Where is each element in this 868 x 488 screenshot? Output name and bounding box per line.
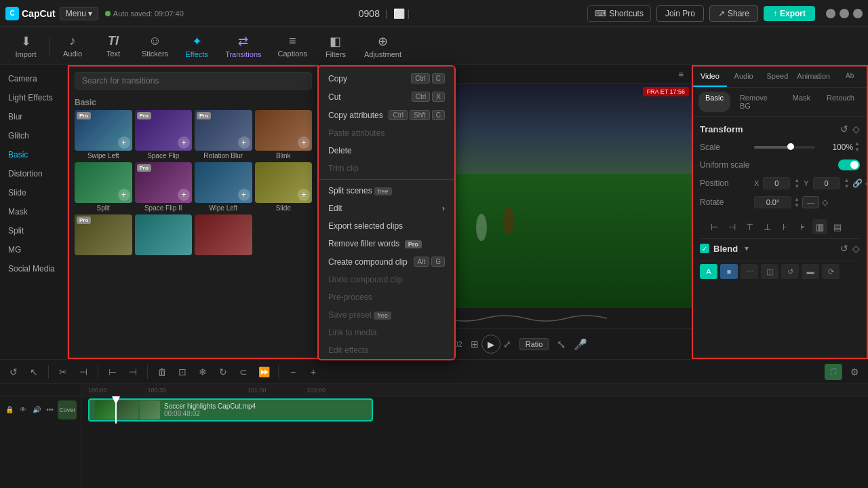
scale-slider[interactable] <box>754 146 815 149</box>
effect-split[interactable]: + Split <box>75 162 132 212</box>
action-icon-5[interactable]: ↺ <box>781 264 799 279</box>
transform-reset-icon[interactable]: ↺ <box>840 124 848 134</box>
toolbar-item-audio[interactable]: ♪ Audio <box>52 31 93 60</box>
rotate-reset-button[interactable]: — <box>802 196 819 208</box>
effect-swipe-left[interactable]: Pro + Swipe Left <box>75 110 132 159</box>
effect-slide[interactable]: + Slide <box>255 162 313 212</box>
effect-space-flip[interactable]: Pro + Space Flip <box>135 110 193 159</box>
add-effect-icon[interactable]: + <box>298 136 310 149</box>
subtab-mask[interactable]: Mask <box>786 92 817 112</box>
toolbar-item-stickers[interactable]: ☺ Stickers <box>134 31 176 60</box>
ctx-delete[interactable]: Delete <box>319 142 454 159</box>
effect-3b[interactable] <box>135 214 193 257</box>
action-icon-7[interactable]: ⟳ <box>822 264 840 279</box>
position-x-stepper[interactable]: ▲ ▼ <box>794 177 800 189</box>
ctx-edit[interactable]: Edit › <box>319 200 454 217</box>
sidebar-item-light-effects[interactable]: Light Effects <box>3 89 64 107</box>
flip-tool[interactable]: ⊂ <box>235 364 252 380</box>
tl-settings-icon[interactable]: ⚙ <box>846 364 863 380</box>
toolbar-item-captions[interactable]: ≡ Captions <box>270 31 315 60</box>
toolbar-item-text[interactable]: TI Text <box>93 31 134 60</box>
blend-reset-icon[interactable]: ↺ <box>840 243 848 254</box>
uniform-scale-toggle[interactable] <box>838 159 860 170</box>
effect-3c[interactable] <box>195 214 252 257</box>
audio-track-icon[interactable]: 🎵 <box>825 364 842 380</box>
expand-button[interactable]: ⤡ <box>557 338 566 351</box>
toolbar-item-effects[interactable]: ✦ Effects <box>176 31 217 61</box>
add-effect-icon[interactable]: + <box>118 136 130 149</box>
shortcuts-button[interactable]: ⌨ Shortcuts <box>587 5 651 22</box>
tab-animation[interactable]: Animation <box>794 67 833 87</box>
blend-checkbox[interactable]: ✓ <box>700 244 709 253</box>
toolbar-item-adjustment[interactable]: ⊕ Adjustment <box>356 31 410 61</box>
add-effect-icon[interactable]: + <box>118 189 130 201</box>
sidebar-item-split[interactable]: Split <box>3 222 64 240</box>
align-bottom-icon[interactable]: ⊧ <box>795 219 810 234</box>
ctx-create-compound[interactable]: Create compound clip Alt G <box>319 252 454 271</box>
trim-right-tool[interactable]: ⊣ <box>125 364 141 380</box>
zoom-out-tool[interactable]: − <box>285 364 301 380</box>
add-effect-icon[interactable]: + <box>298 189 310 201</box>
position-diamond-icon[interactable]: ◇ <box>865 179 867 188</box>
menu-button[interactable]: Menu ▾ <box>60 7 98 20</box>
toolbar-item-import[interactable]: ⬇ Import <box>5 31 46 61</box>
effect-blink[interactable]: + Blink <box>255 110 313 159</box>
tab-ab[interactable]: Ab <box>833 67 867 87</box>
delete-tool[interactable]: 🗑 <box>154 364 170 380</box>
toolbar-item-filters[interactable]: ◧ Filters <box>315 31 356 61</box>
ctx-remove-filler[interactable]: Remove filler words Pro <box>319 235 454 252</box>
position-link-icon[interactable]: 🔗 <box>852 179 863 188</box>
search-input[interactable] <box>75 72 312 90</box>
add-effect-icon[interactable]: + <box>178 189 190 201</box>
toolbar-item-transitions[interactable]: ⇄ Transitions <box>217 31 269 61</box>
blend-diamond-icon[interactable]: ◇ <box>852 243 860 254</box>
distribute-h-icon[interactable]: ▥ <box>812 219 827 234</box>
sidebar-item-slide[interactable]: Slide <box>3 184 64 202</box>
share-button[interactable]: ↗ Share <box>709 5 758 22</box>
close-button[interactable] <box>853 9 863 18</box>
align-top-icon[interactable]: ⊥ <box>760 219 774 234</box>
lock-icon[interactable]: 🔒 <box>4 405 15 415</box>
action-icon-3[interactable]: ⋯ <box>741 264 758 279</box>
sidebar-item-glitch[interactable]: Glitch <box>3 127 64 145</box>
ctx-copy[interactable]: Copy Ctrl C <box>319 69 454 88</box>
crop-tool[interactable]: ⊡ <box>174 364 191 380</box>
cut-tool[interactable]: ✂ <box>55 364 71 380</box>
ctx-split-scenes[interactable]: Split scenes free <box>319 182 454 200</box>
action-icon-1[interactable]: A <box>700 264 717 279</box>
position-y-input[interactable] <box>813 177 840 189</box>
rotate-input[interactable] <box>754 196 791 208</box>
scale-stepper[interactable]: ▲ ▼ <box>854 141 860 153</box>
blend-expand-icon[interactable]: ▾ <box>745 244 749 253</box>
sidebar-item-social-media[interactable]: Social Media <box>3 260 64 278</box>
align-right-icon[interactable]: ⊤ <box>742 219 757 234</box>
speed-tool[interactable]: ⏩ <box>256 364 272 380</box>
undo-button[interactable]: ↺ <box>5 364 22 380</box>
subtab-remove-bg[interactable]: Remove BG <box>733 92 783 112</box>
subtab-retouch[interactable]: Retouch <box>820 92 861 112</box>
sidebar-item-mg[interactable]: MG <box>3 241 64 259</box>
add-effect-icon[interactable]: + <box>238 136 250 149</box>
effect-wipe-left[interactable]: + Wipe Left <box>195 162 252 212</box>
sound-icon[interactable]: 🔊 <box>31 405 42 415</box>
sidebar-item-distortion[interactable]: Distortion <box>3 165 64 183</box>
export-button[interactable]: ↑ Export <box>764 6 815 21</box>
tl-clip-main[interactable]: Soccer highlights CapCut.mp4 00:00:48:02 <box>88 398 373 421</box>
tab-audio[interactable]: Audio <box>727 67 761 87</box>
rotate-diamond-icon[interactable]: ◇ <box>822 198 828 207</box>
grid-view-button[interactable]: ⊞ <box>471 339 479 350</box>
add-effect-icon[interactable]: + <box>238 189 250 201</box>
action-icon-2[interactable]: ■ <box>720 264 738 279</box>
zoom-in-tool[interactable]: + <box>305 364 321 380</box>
rotate-tool[interactable]: ↻ <box>215 364 231 380</box>
eye-icon[interactable]: 👁 <box>18 405 28 415</box>
fullscreen-button[interactable]: ⤢ <box>503 339 511 350</box>
tab-video[interactable]: Video <box>693 67 727 87</box>
select-tool[interactable]: ↖ <box>26 364 42 380</box>
minimize-button[interactable] <box>826 9 835 18</box>
distribute-v-icon[interactable]: ▤ <box>830 219 845 234</box>
effect-space-flip-ii[interactable]: Pro + Space Flip II <box>135 162 193 212</box>
position-x-input[interactable] <box>763 177 790 189</box>
playhead[interactable] <box>115 396 117 424</box>
ratio-button[interactable]: Ratio <box>519 338 549 350</box>
